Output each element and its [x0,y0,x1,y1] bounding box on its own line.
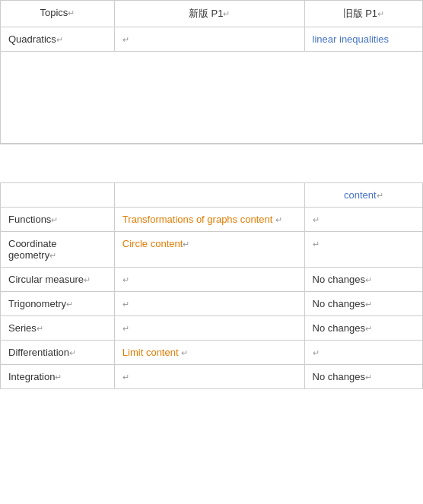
table-row: Series↵ ↵ No changes↵ [1,316,423,341]
new-p1-cell: Limit content ↵ [114,341,304,365]
table2-header-topics [1,183,115,208]
new-p1-cell: ↵ [114,365,304,389]
table2: content↵ Functions↵ Transformations of g… [0,182,423,389]
table2-section: content↵ Functions↵ Transformations of g… [0,182,423,389]
table1-section: Topics↵ 新版 P1↵ 旧版 P1↵ Quadratics↵ ↵ line… [0,0,423,52]
table-row: Integration↵ ↵ No changes↵ [1,365,423,389]
table1-header-row: Topics↵ 新版 P1↵ 旧版 P1↵ [1,1,423,27]
new-p1-cell: ↵ [114,316,304,341]
old-p1-cell: ↵ [304,341,422,365]
table1-header-new: 新版 P1↵ [114,1,304,27]
transformations-link[interactable]: Transformations of graphs content [122,214,273,225]
topic-cell: Coordinate geometry↵ [1,232,115,268]
topic-cell: Functions↵ [1,208,115,232]
table1-header-old: 旧版 P1↵ [304,1,422,27]
table-row: Circular measure↵ ↵ No changes↵ [1,268,423,292]
table-row: Coordinate geometry↵ Circle content↵ ↵ [1,232,423,268]
linear-inequalities-link[interactable]: linear inequalities [313,33,389,45]
table-row: Trigonometry↵ ↵ No changes↵ [1,292,423,316]
table2-header-row: content↵ [1,183,423,208]
table2-header-old: content↵ [304,183,422,208]
old-p1-cell: ↵ [304,232,422,268]
gap-section [0,52,423,143]
topic-cell: Differentiation↵ [1,341,115,365]
table1: Topics↵ 新版 P1↵ 旧版 P1↵ Quadratics↵ ↵ line… [0,0,423,52]
new-p1-cell: ↵ [114,292,304,316]
table-row: Differentiation↵ Limit content ↵ ↵ [1,341,423,365]
topic-cell: Integration↵ [1,365,115,389]
old-p1-cell: ↵ [304,208,422,232]
topic-cell: Quadratics↵ [1,27,115,52]
table2-header-new [114,183,304,208]
table-row: Quadratics↵ ↵ linear inequalities [1,27,423,52]
old-p1-cell: No changes↵ [304,365,422,389]
old-p1-cell: No changes↵ [304,292,422,316]
topic-cell: Trigonometry↵ [1,292,115,316]
table1-header-topics: Topics↵ [1,1,115,27]
old-p1-cell: No changes↵ [304,268,422,292]
old-p1-cell: No changes↵ [304,316,422,341]
topic-cell: Circular measure↵ [1,268,115,292]
table-row: Functions↵ Transformations of graphs con… [1,208,423,232]
new-p1-cell: ↵ [114,268,304,292]
new-p1-cell: Transformations of graphs content ↵ [114,208,304,232]
circle-content-link[interactable]: Circle content [122,238,183,249]
gap2 [0,144,423,182]
new-p1-cell: ↵ [114,27,304,52]
limit-content-link[interactable]: Limit content [122,347,179,358]
content-link[interactable]: content [344,189,377,201]
old-p1-cell: linear inequalities [304,27,422,52]
topic-cell: Series↵ [1,316,115,341]
new-p1-cell: Circle content↵ [114,232,304,268]
